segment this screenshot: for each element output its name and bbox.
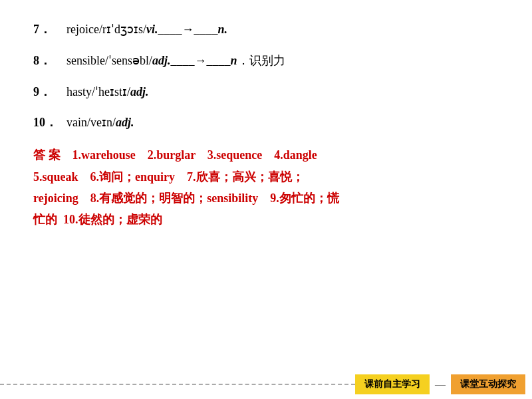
answer-line-3: rejoicing 8.有感觉的；明智的；sensibility 9.匆忙的；慌 bbox=[33, 188, 499, 209]
item-9-num: 9． bbox=[33, 82, 66, 102]
btn-self-study[interactable]: 课前自主学习 bbox=[355, 374, 430, 394]
item-10: 10． vain/veɪn/adj. bbox=[33, 113, 499, 132]
item-7-text: rejoice/rɪˈdʒɔɪs/vi.____→____n. bbox=[66, 20, 227, 39]
item-9-text: hasty/ˈheɪstɪ/adj. bbox=[66, 82, 149, 102]
item-10-text: vain/veɪn/adj. bbox=[66, 113, 134, 132]
main-content: 7． rejoice/rɪˈdʒɔɪs/vi.____→____n. 8． se… bbox=[0, 0, 532, 253]
item-8-text: sensible/ˈsensəbl/adj.____→____n．识别力 bbox=[66, 51, 285, 70]
item-8: 8． sensible/ˈsensəbl/adj.____→____n．识别力 bbox=[33, 51, 499, 70]
item-8-num: 8． bbox=[33, 51, 66, 70]
item-7-num: 7． bbox=[33, 20, 66, 39]
item-7: 7． rejoice/rɪˈdʒɔɪs/vi.____→____n. bbox=[33, 20, 499, 39]
item-9: 9． hasty/ˈheɪstɪ/adj. bbox=[33, 82, 499, 102]
answer-line-2: 5.squeak 6.询问；enquiry 7.欣喜；高兴；喜悦； bbox=[33, 166, 499, 188]
answer-line-1: 答 案 1.warehouse 2.burglar 3.sequence 4.d… bbox=[33, 144, 499, 166]
bottom-area: 课前自主学习 — 课堂互动探究 bbox=[0, 370, 532, 399]
btn-interactive[interactable]: 课堂互动探究 bbox=[451, 374, 525, 394]
item-10-num: 10． bbox=[33, 113, 66, 132]
dashed-line bbox=[0, 384, 355, 385]
answer-block: 答 案 1.warehouse 2.burglar 3.sequence 4.d… bbox=[33, 144, 499, 231]
nav-buttons: 课前自主学习 — 课堂互动探究 bbox=[355, 374, 532, 394]
answer-line-4: 忙的 10.徒然的；虚荣的 bbox=[33, 209, 499, 230]
btn-separator: — bbox=[435, 378, 446, 390]
